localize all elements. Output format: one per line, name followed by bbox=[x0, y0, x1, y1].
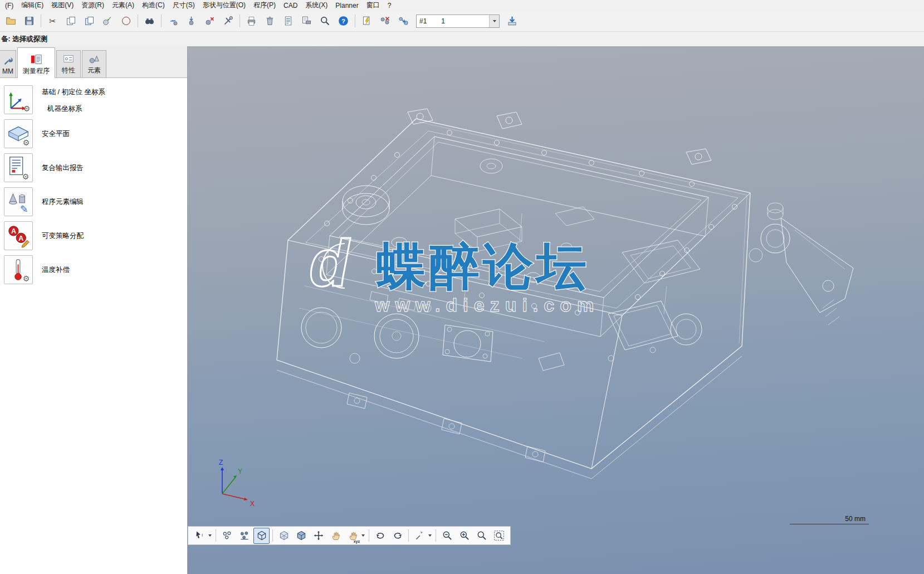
paste-icon bbox=[84, 15, 95, 27]
program-element-edit-icon[interactable] bbox=[4, 187, 33, 216]
item-label: 温度补偿 bbox=[42, 265, 70, 275]
main-toolbar: #1 1 bbox=[0, 11, 924, 32]
program-page-icon bbox=[30, 53, 42, 66]
cube-translucent-icon bbox=[278, 530, 290, 541]
probe-position-button[interactable] bbox=[183, 12, 200, 30]
menu-size[interactable]: 尺寸(S) bbox=[169, 1, 199, 10]
element-points-button[interactable] bbox=[219, 528, 235, 544]
menu-program[interactable]: 程序(P) bbox=[250, 1, 280, 10]
menu-elements[interactable]: 元素(A) bbox=[108, 1, 138, 10]
element-split-button[interactable] bbox=[377, 12, 394, 30]
rotate-right-icon bbox=[392, 530, 403, 541]
tab-cmm-label: MM bbox=[2, 67, 13, 75]
item-label: 可变策略分配 bbox=[42, 231, 84, 241]
tab-elements-label: 元素 bbox=[87, 66, 101, 75]
temperature-compensation-icon[interactable] bbox=[4, 255, 33, 284]
menu-cad[interactable]: CAD bbox=[280, 2, 301, 9]
probe-change-button[interactable] bbox=[164, 12, 182, 30]
menu-window[interactable]: 窗口 bbox=[363, 1, 384, 10]
cut-button[interactable] bbox=[44, 12, 61, 30]
menu-help[interactable]: ? bbox=[384, 2, 395, 9]
chevron-down-icon[interactable] bbox=[208, 534, 212, 537]
zoom-fit-button[interactable] bbox=[491, 528, 507, 544]
menu-resources[interactable]: 资源(R) bbox=[77, 1, 108, 10]
help-button[interactable] bbox=[335, 12, 352, 30]
list-item-coordinate-system[interactable]: 基础 / 初定位 坐标系 机器坐标系 bbox=[4, 85, 187, 114]
tab-elements[interactable]: 元素 bbox=[82, 50, 106, 77]
find-button[interactable] bbox=[141, 12, 158, 30]
coordinate-system-icon[interactable] bbox=[4, 85, 33, 114]
menu-system[interactable]: 系统(X) bbox=[301, 1, 331, 10]
move-view-button[interactable] bbox=[310, 528, 326, 544]
tools-button[interactable] bbox=[219, 12, 237, 30]
paste-button[interactable] bbox=[81, 12, 98, 30]
view-translucent-button[interactable] bbox=[276, 528, 292, 544]
probe-direction-button[interactable] bbox=[412, 528, 428, 544]
menu-form-position[interactable]: 形状与位置(O) bbox=[199, 1, 250, 10]
tab-characteristics-label: 特性 bbox=[62, 66, 75, 75]
report-list-button[interactable] bbox=[280, 12, 297, 30]
item-sublabel[interactable]: 机器坐标系 bbox=[47, 104, 105, 114]
print-button[interactable] bbox=[243, 12, 260, 30]
safety-plane-icon[interactable] bbox=[4, 119, 33, 148]
menu-view[interactable]: 视图(V) bbox=[47, 1, 77, 10]
zoom-in-button[interactable] bbox=[456, 528, 472, 544]
cursor-probe-icon bbox=[194, 530, 206, 541]
toolbar-separator bbox=[436, 529, 436, 542]
red-sphere-button[interactable] bbox=[118, 12, 135, 30]
rotate-xyz-button[interactable]: xyz bbox=[345, 528, 361, 544]
combo-dropdown-button[interactable] bbox=[489, 15, 499, 27]
menu-edit[interactable]: 编辑(E) bbox=[17, 1, 47, 10]
rotate-right-button[interactable] bbox=[389, 528, 405, 544]
probe-qualify-button[interactable] bbox=[201, 12, 218, 30]
list-item-variable-strategy[interactable]: 可变策略分配 bbox=[4, 221, 187, 250]
list-item-temperature-compensation[interactable]: 温度补偿 bbox=[4, 255, 187, 284]
save-icon bbox=[23, 15, 35, 27]
tab-cmm[interactable]: MM bbox=[0, 50, 16, 77]
list-item-compound-output-report[interactable]: 复合输出报告 bbox=[4, 153, 187, 182]
view-solid-button[interactable] bbox=[293, 528, 309, 544]
program-combobox[interactable]: #1 1 bbox=[416, 14, 500, 28]
print-preview-button[interactable] bbox=[298, 12, 315, 30]
toolbar-separator bbox=[161, 14, 162, 27]
zoom-window-button[interactable] bbox=[473, 528, 490, 544]
find-element-button[interactable] bbox=[316, 12, 334, 30]
delete-button[interactable] bbox=[261, 12, 278, 30]
list-item-program-element-edit[interactable]: 程序元素编辑 bbox=[4, 187, 187, 216]
copy-button[interactable] bbox=[62, 12, 80, 30]
pan-view-button[interactable] bbox=[327, 528, 344, 544]
run-measurement-button[interactable] bbox=[503, 12, 521, 30]
menu-construction[interactable]: 构造(C) bbox=[138, 1, 169, 10]
tab-characteristics[interactable]: 特性 bbox=[56, 50, 81, 77]
menu-planner[interactable]: Planner bbox=[331, 2, 362, 9]
probe-check-button[interactable] bbox=[99, 12, 116, 30]
toolbar-separator bbox=[272, 529, 273, 542]
cube-wireframe-icon bbox=[256, 530, 267, 541]
variable-strategy-icon[interactable] bbox=[4, 221, 33, 250]
menu-file[interactable]: (F) bbox=[1, 2, 17, 9]
status-text: 备: 选择或探测 bbox=[1, 35, 47, 43]
list-item-safety-plane[interactable]: 安全平面 bbox=[4, 119, 187, 148]
toolbar-separator bbox=[216, 529, 216, 542]
compound-report-icon[interactable] bbox=[4, 153, 33, 182]
run-arrow-icon bbox=[506, 15, 518, 27]
3d-viewport[interactable]: d 蝶醉论坛 www.diezui.com Z Y X 50 mm bbox=[188, 46, 924, 574]
item-label: 基础 / 初定位 坐标系 bbox=[42, 87, 105, 97]
view-wireframe-button[interactable] bbox=[253, 528, 270, 544]
axis-y-label: Y bbox=[238, 468, 242, 475]
chevron-down-icon[interactable] bbox=[428, 534, 432, 537]
status-bar: 备: 选择或探测 bbox=[0, 32, 924, 46]
save-button[interactable] bbox=[21, 12, 38, 30]
tab-measure-program[interactable]: 测量程序 bbox=[17, 47, 55, 78]
rotate-left-button[interactable] bbox=[372, 528, 388, 544]
element-scan-icon bbox=[239, 530, 250, 541]
run-elements-button[interactable] bbox=[358, 12, 375, 30]
cad-wireframe-model bbox=[188, 46, 924, 574]
zoom-fit-icon bbox=[493, 530, 505, 541]
open-button[interactable] bbox=[2, 12, 19, 30]
zoom-out-button[interactable] bbox=[439, 528, 455, 544]
chevron-down-icon[interactable] bbox=[361, 534, 365, 537]
element-join-button[interactable] bbox=[395, 12, 412, 30]
element-scan-button[interactable] bbox=[236, 528, 252, 544]
probe-select-button[interactable] bbox=[192, 528, 208, 544]
